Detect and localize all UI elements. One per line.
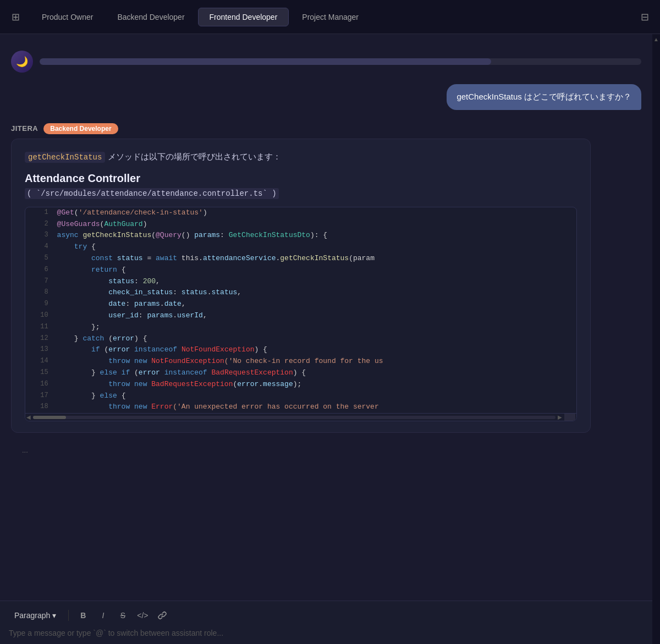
- code-line: 5 const status = await this.attendanceSe…: [25, 253, 576, 265]
- line-code: const status = await this.attendanceServ…: [55, 253, 577, 265]
- line-code: if (error instanceof NotFoundException) …: [55, 344, 577, 356]
- code-line: 12 } catch (error) {: [25, 333, 576, 345]
- line-number: 2: [25, 219, 55, 230]
- paragraph-dropdown[interactable]: Paragraph ▾: [9, 609, 62, 622]
- line-code: };: [55, 322, 577, 333]
- line-number: 6: [25, 265, 55, 276]
- inline-code: getCheckInStatus: [25, 152, 105, 163]
- line-code: throw new BadRequestException(error.mess…: [55, 379, 577, 390]
- line-code: } else if (error instanceof BadRequestEx…: [55, 367, 577, 379]
- role-badge: Backend Developer: [43, 123, 118, 134]
- code-line: 13 if (error instanceof NotFoundExceptio…: [25, 344, 576, 356]
- code-h-scroll[interactable]: ◀ ▶: [25, 413, 576, 421]
- code-button[interactable]: </>: [135, 608, 150, 623]
- code-line: 15 } else if (error instanceof BadReques…: [25, 367, 576, 379]
- layout-toggle-icon[interactable]: ⊟: [636, 8, 653, 26]
- line-code: return {: [55, 265, 577, 276]
- code-line: 18 throw new Error('An unexpected error …: [25, 401, 576, 413]
- tab-frontend-developer[interactable]: Frontend Developer: [198, 8, 289, 26]
- code-line: 8 check_in_status: status.status,: [25, 287, 576, 299]
- strikethrough-button[interactable]: S: [115, 608, 130, 623]
- top-area: 🌙: [11, 45, 641, 75]
- code-line: 10 user_id: params.userId,: [25, 310, 576, 322]
- partial-text: ...: [22, 446, 28, 454]
- tab-backend-developer[interactable]: Backend Developer: [106, 8, 195, 26]
- h-scroll-right-arrow[interactable]: ▶: [558, 414, 562, 420]
- code-line: 14 throw new NotFoundException('No check…: [25, 356, 576, 367]
- chat-area: 🌙 getCheckInStatus はどこで呼ばれていますか？ JITERA …: [0, 34, 652, 644]
- line-number: 14: [25, 356, 55, 367]
- tab-project-manager[interactable]: Project Manager: [291, 8, 370, 26]
- line-code: user_id: params.userId,: [55, 310, 577, 322]
- line-code: status: 200,: [55, 276, 577, 288]
- main-content: 🌙 getCheckInStatus はどこで呼ばれていますか？ JITERA …: [0, 34, 660, 644]
- bold-button[interactable]: B: [75, 608, 91, 623]
- progress-bar-container: [40, 58, 641, 65]
- bottom-partial: ...: [11, 442, 641, 459]
- assistant-bubble: getCheckInStatus メソッドは以下の場所で呼び出されています： A…: [11, 139, 591, 433]
- line-number: 5: [25, 253, 55, 265]
- assistant-message: JITERA Backend Developer getCheckInStatu…: [11, 123, 641, 433]
- assistant-text-suffix: メソッドは以下の場所で呼び出されています：: [108, 152, 281, 161]
- code-block-inner[interactable]: 1@Get('/attendance/check-in-status')2@Us…: [25, 207, 576, 413]
- scroll-up-arrow[interactable]: ▲: [653, 34, 659, 45]
- code-line: 17 } else {: [25, 390, 576, 402]
- message-input[interactable]: [9, 629, 644, 637]
- paragraph-chevron-icon: ▾: [52, 611, 56, 620]
- right-scrollbar[interactable]: ▲: [652, 34, 660, 644]
- code-table: 1@Get('/attendance/check-in-status')2@Us…: [25, 207, 576, 413]
- tab-product-owner[interactable]: Product Owner: [31, 8, 104, 26]
- line-code: async getCheckInStatus(@Query() params: …: [55, 230, 577, 241]
- code-line: 11 };: [25, 322, 576, 333]
- italic-button[interactable]: I: [95, 608, 111, 623]
- sidebar-toggle-icon[interactable]: ⊞: [7, 8, 24, 26]
- h-scroll-track[interactable]: [33, 416, 556, 419]
- code-body: 1@Get('/attendance/check-in-status')2@Us…: [25, 207, 576, 413]
- line-code: throw new NotFoundException('No check-in…: [55, 356, 577, 367]
- line-number: 12: [25, 333, 55, 345]
- code-line: 1@Get('/attendance/check-in-status'): [25, 207, 576, 219]
- input-field-row: [9, 629, 644, 637]
- assistant-header: JITERA Backend Developer: [11, 123, 641, 134]
- code-line: 2@UseGuards(AuthGuard): [25, 219, 576, 230]
- tab-bar: ⊞ Product Owner Backend Developer Fronte…: [0, 0, 660, 34]
- line-number: 9: [25, 299, 55, 310]
- line-number: 17: [25, 390, 55, 402]
- line-number: 11: [25, 322, 55, 333]
- toolbar-separator-1: [68, 610, 69, 621]
- input-area: Paragraph ▾ B I S </>: [0, 601, 652, 644]
- assistant-intro-text: getCheckInStatus メソッドは以下の場所で呼び出されています：: [25, 150, 577, 163]
- jitera-label: JITERA: [11, 124, 38, 133]
- line-number: 7: [25, 276, 55, 288]
- h-scroll-thumb: [33, 416, 66, 419]
- line-number: 16: [25, 379, 55, 390]
- line-code: } else {: [55, 390, 577, 402]
- link-icon: [158, 611, 167, 620]
- code-line: 4 try {: [25, 241, 576, 253]
- line-number: 10: [25, 310, 55, 322]
- line-code: @Get('/attendance/check-in-status'): [55, 207, 577, 219]
- line-number: 15: [25, 367, 55, 379]
- line-number: 18: [25, 401, 55, 413]
- avatar: 🌙: [11, 51, 33, 73]
- file-path: ( `/src/modules/attendance/attendance.co…: [25, 189, 577, 198]
- h-scroll-left-arrow[interactable]: ◀: [26, 414, 31, 420]
- line-number: 4: [25, 241, 55, 253]
- line-number: 8: [25, 287, 55, 299]
- link-button[interactable]: [155, 608, 170, 623]
- input-toolbar: Paragraph ▾ B I S </>: [9, 608, 644, 623]
- h-scroll-corner: [564, 414, 575, 421]
- line-code: @UseGuards(AuthGuard): [55, 219, 577, 230]
- file-path-code: ( `/src/modules/attendance/attendance.co…: [25, 188, 279, 199]
- code-line: 6 return {: [25, 265, 576, 276]
- code-line: 7 status: 200,: [25, 276, 576, 288]
- line-number: 3: [25, 230, 55, 241]
- code-line: 16 throw new BadRequestException(error.m…: [25, 379, 576, 390]
- line-number: 1: [25, 207, 55, 219]
- code-line: 9 date: params.date,: [25, 299, 576, 310]
- messages-container[interactable]: 🌙 getCheckInStatus はどこで呼ばれていますか？ JITERA …: [0, 34, 652, 601]
- code-block-wrapper[interactable]: 1@Get('/attendance/check-in-status')2@Us…: [25, 207, 577, 421]
- line-number: 13: [25, 344, 55, 356]
- user-bubble: getCheckInStatus はどこで呼ばれていますか？: [447, 84, 641, 110]
- line-code: date: params.date,: [55, 299, 577, 310]
